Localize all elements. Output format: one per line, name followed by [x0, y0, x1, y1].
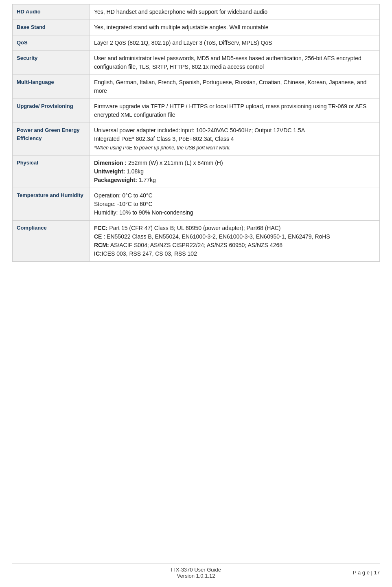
- value-cell-hd-audio: Yes, HD handset and speakerphone with su…: [90, 4, 380, 20]
- label-cell-base-stand: Base Stand: [13, 20, 90, 35]
- value-cell-base-stand: Yes, integrated stand with multiple adju…: [90, 20, 380, 35]
- page-content: HD AudioYes, HD handset and speakerphone…: [0, 0, 392, 294]
- label-cell-hd-audio: HD Audio: [13, 4, 90, 20]
- value-cell-physical: Dimension : 252mm (W) x 211mm (L) x 84mm…: [90, 156, 380, 188]
- table-row-upgrade-provisioning: Upgrade/ ProvisioningFirmware upgrade vi…: [13, 99, 380, 123]
- label-cell-security: Security: [13, 51, 90, 75]
- page-footer: ITX-3370 User Guide Version 1.0.1.12: [12, 563, 380, 579]
- value-cell-security: User and administrator level passwords, …: [90, 51, 380, 75]
- table-row-hd-audio: HD AudioYes, HD handset and speakerphone…: [13, 4, 380, 20]
- table-row-temperature-humidity: Temperature and HumidityOperation: 0°C t…: [13, 188, 380, 221]
- table-row-security: SecurityUser and administrator level pas…: [13, 51, 380, 75]
- page-number: P a g e | 17: [353, 569, 380, 576]
- value-cell-power-green: Universal power adapter included:Input: …: [90, 123, 380, 156]
- label-cell-compliance: Compliance: [13, 221, 90, 262]
- label-cell-power-green: Power and Green Energy Efficiency: [13, 123, 90, 156]
- value-cell-multi-language: English, German, Italian, French, Spanis…: [90, 75, 380, 99]
- value-cell-compliance: FCC: Part 15 (CFR 47) Class B; UL 60950 …: [90, 221, 380, 262]
- table-row-power-green: Power and Green Energy EfficiencyUnivers…: [13, 123, 380, 156]
- value-cell-upgrade-provisioning: Firmware upgrade via TFTP / HTTP / HTTPS…: [90, 99, 380, 123]
- footer-subtitle: Version 1.0.1.12: [12, 573, 380, 579]
- value-cell-qos: Layer 2 QoS (802.1Q, 802.1p) and Layer 3…: [90, 35, 380, 51]
- label-cell-qos: QoS: [13, 35, 90, 51]
- label-cell-multi-language: Multi-language: [13, 75, 90, 99]
- table-row-base-stand: Base StandYes, integrated stand with mul…: [13, 20, 380, 35]
- footer-title: ITX-3370 User Guide: [12, 567, 380, 573]
- table-row-compliance: ComplianceFCC: Part 15 (CFR 47) Class B;…: [13, 221, 380, 262]
- table-row-multi-language: Multi-languageEnglish, German, Italian, …: [13, 75, 380, 99]
- table-row-physical: PhysicalDimension : 252mm (W) x 211mm (L…: [13, 156, 380, 188]
- value-cell-temperature-humidity: Operation: 0°C to 40°CStorage: -10°C to …: [90, 188, 380, 221]
- label-cell-temperature-humidity: Temperature and Humidity: [13, 188, 90, 221]
- table-row-qos: QoSLayer 2 QoS (802.1Q, 802.1p) and Laye…: [13, 35, 380, 51]
- spec-table: HD AudioYes, HD handset and speakerphone…: [12, 4, 380, 262]
- label-cell-physical: Physical: [13, 156, 90, 188]
- label-cell-upgrade-provisioning: Upgrade/ Provisioning: [13, 99, 90, 123]
